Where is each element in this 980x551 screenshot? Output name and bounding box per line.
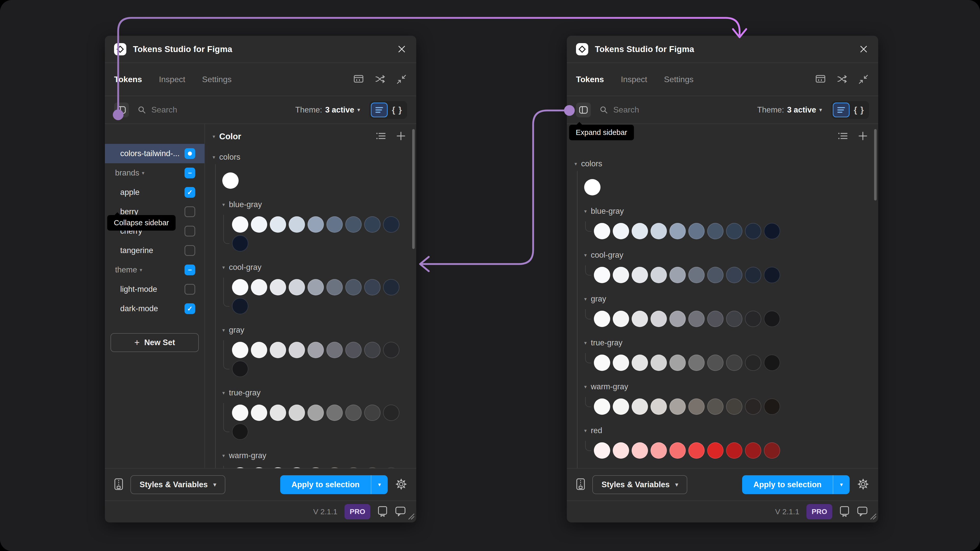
sidebar-item-theme[interactable]: theme▾− (105, 260, 204, 279)
token-group-header-blue-gray[interactable]: ▾blue-gray (584, 206, 873, 216)
add-token-icon[interactable] (858, 131, 867, 141)
color-swatch[interactable] (707, 223, 724, 239)
color-swatch[interactable] (232, 216, 248, 233)
styles-variables-button[interactable]: Styles & Variables ▾ (592, 475, 687, 494)
scrollbar-thumb[interactable] (412, 129, 415, 249)
color-swatch[interactable] (364, 342, 380, 358)
section-color-header[interactable]: ▾ Color (213, 132, 241, 141)
shuffle-icon[interactable] (374, 74, 386, 85)
color-swatch[interactable] (383, 216, 399, 233)
color-swatch[interactable] (232, 405, 248, 421)
color-swatch[interactable] (726, 442, 742, 459)
color-swatch[interactable] (726, 354, 742, 371)
color-swatch[interactable] (383, 467, 399, 468)
sidebar-item-colors-tailwind[interactable]: colors-tailwind-... (105, 144, 204, 163)
color-swatch[interactable] (632, 399, 648, 415)
sidebar-item-light-mode[interactable]: light-mode (105, 279, 204, 299)
color-swatch[interactable] (584, 179, 600, 195)
apply-to-selection-button[interactable]: Apply to selection (280, 475, 371, 494)
color-swatch[interactable] (726, 399, 742, 415)
color-swatch[interactable] (364, 216, 380, 233)
color-swatch[interactable] (364, 405, 380, 421)
color-swatch[interactable] (251, 467, 267, 468)
color-swatch[interactable] (270, 342, 286, 358)
color-swatch[interactable] (688, 354, 705, 371)
collapse-sidebar-button[interactable] (114, 103, 129, 118)
color-swatch[interactable] (345, 279, 362, 295)
color-swatch[interactable] (364, 467, 380, 468)
resize-grip[interactable] (407, 512, 415, 521)
color-swatch[interactable] (289, 342, 305, 358)
color-swatch[interactable] (289, 467, 305, 468)
color-swatch[interactable] (651, 267, 667, 283)
list-view-button[interactable] (833, 103, 850, 118)
theme-dropdown[interactable]: Theme: 3 active ▾ (295, 105, 360, 114)
color-swatch[interactable] (594, 267, 610, 283)
json-view-button[interactable]: { } (389, 103, 406, 118)
apply-options-dropdown[interactable]: ▾ (371, 475, 388, 494)
color-swatch[interactable] (688, 442, 705, 459)
color-swatch[interactable] (651, 354, 667, 371)
search-input[interactable]: Search (600, 105, 757, 114)
color-swatch[interactable] (745, 354, 761, 371)
sidebar-item-apple[interactable]: apple✓ (105, 183, 204, 202)
color-swatch[interactable] (745, 223, 761, 239)
color-swatch[interactable] (307, 279, 324, 295)
changelog-icon[interactable] (576, 478, 585, 491)
search-input[interactable]: Search (138, 105, 295, 114)
color-swatch[interactable] (613, 442, 629, 459)
color-swatch[interactable] (632, 354, 648, 371)
color-swatch[interactable] (632, 442, 648, 459)
color-swatch[interactable] (707, 311, 724, 327)
shuffle-icon[interactable] (836, 74, 848, 85)
color-swatch[interactable] (594, 223, 610, 239)
color-swatch[interactable] (613, 354, 629, 371)
color-swatch[interactable] (289, 279, 305, 295)
token-set-checkbox-unchecked[interactable] (185, 245, 195, 256)
color-swatch[interactable] (707, 399, 724, 415)
color-swatch[interactable] (345, 342, 362, 358)
color-swatch[interactable] (232, 235, 248, 251)
color-swatch[interactable] (764, 354, 780, 371)
token-group-header-cool-gray[interactable]: ▾cool-gray (584, 251, 873, 260)
color-swatch[interactable] (632, 311, 648, 327)
token-group-header-warm-gray[interactable]: ▾warm-gray (584, 382, 873, 391)
color-swatch[interactable] (632, 223, 648, 239)
sidebar-item-dark-mode[interactable]: dark-mode✓ (105, 299, 204, 318)
color-swatch[interactable] (707, 354, 724, 371)
color-swatch[interactable] (707, 267, 724, 283)
color-swatch[interactable] (326, 405, 343, 421)
color-swatch[interactable] (232, 361, 248, 377)
color-swatch[interactable] (345, 405, 362, 421)
color-swatch[interactable] (270, 467, 286, 468)
color-swatch[interactable] (345, 216, 362, 233)
color-swatch[interactable] (726, 311, 742, 327)
token-set-checkbox-unchecked[interactable] (185, 284, 195, 295)
color-swatch[interactable] (688, 399, 705, 415)
color-swatch[interactable] (232, 342, 248, 358)
token-group-header-warm-gray[interactable]: ▾warm-gray (222, 451, 411, 460)
theme-dropdown[interactable]: Theme: 3 active ▾ (757, 105, 822, 114)
color-swatch[interactable] (326, 216, 343, 233)
color-swatch[interactable] (764, 267, 780, 283)
color-swatch[interactable] (764, 442, 780, 459)
token-set-checkbox-unchecked[interactable] (185, 206, 195, 217)
token-set-checkbox-checked[interactable]: ✓ (185, 303, 195, 314)
resize-grip[interactable] (869, 512, 877, 521)
color-swatch[interactable] (307, 342, 324, 358)
add-token-icon[interactable] (396, 131, 406, 141)
color-swatch[interactable] (232, 424, 248, 440)
color-swatch[interactable] (383, 405, 399, 421)
tab-settings[interactable]: Settings (664, 75, 694, 84)
tab-inspect[interactable]: Inspect (159, 75, 185, 84)
token-group-header-red[interactable]: ▾red (584, 426, 873, 435)
color-swatch[interactable] (726, 267, 742, 283)
tab-inspect[interactable]: Inspect (621, 75, 647, 84)
changelog-icon[interactable] (114, 478, 123, 491)
token-group-header-colors[interactable]: ▾colors (213, 152, 411, 162)
color-swatch[interactable] (670, 223, 686, 239)
expand-sidebar-button[interactable] (576, 103, 591, 118)
color-swatch[interactable] (651, 311, 667, 327)
feedback-icon[interactable] (857, 506, 868, 517)
color-swatch[interactable] (613, 267, 629, 283)
